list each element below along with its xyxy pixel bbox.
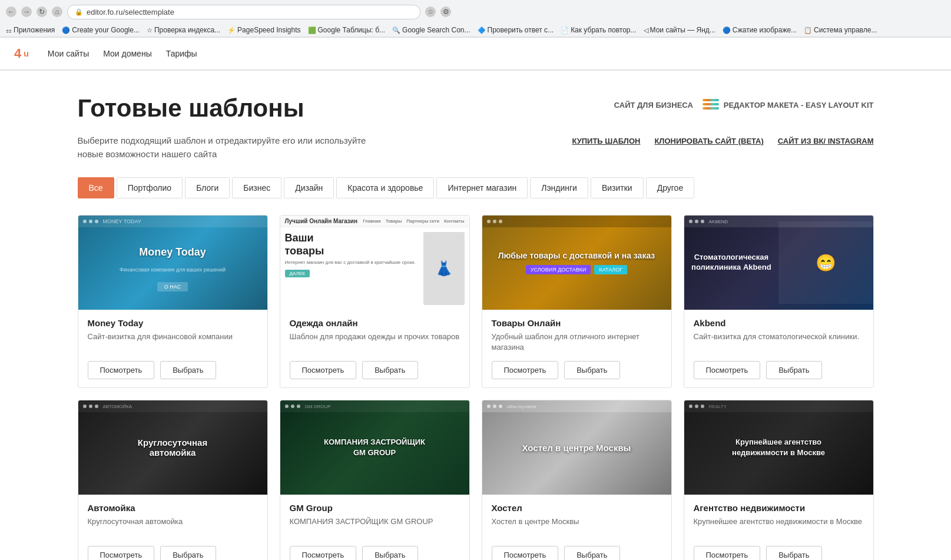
template-name-money-today: Money Today: [88, 318, 258, 328]
choose-button-odezhda[interactable]: Выбрать: [362, 361, 417, 379]
browser-chrome: ← → ↻ ⌂ 🔒 editor.fo.ru/selecttemplate ☆ …: [0, 0, 951, 38]
category-tab-лэндинги[interactable]: Лэндинги: [530, 177, 588, 198]
template-desc-tovary: Удобный шаблон для отличного интернет ма…: [492, 332, 662, 353]
bookmark-button[interactable]: ☆: [425, 6, 436, 17]
category-tabs: ВсеПортфолиоБлогиБизнесДизайнКрасота и з…: [78, 177, 874, 198]
template-thumb-gm: GM GROUP КОМПАНИЯ ЗАСТРОЙЩИКGM GROUP: [280, 400, 469, 495]
browser-toolbar: ← → ↻ ⌂ 🔒 editor.fo.ru/selecttemplate ☆ …: [0, 0, 951, 24]
template-thumb-akbend: AKBEND Стоматологическая поликлиника Akb…: [684, 216, 873, 310]
nav-my-domains[interactable]: Мои домены: [103, 49, 151, 58]
category-tab-другое[interactable]: Другое: [646, 177, 694, 198]
nav-tariffs[interactable]: Тарифы: [166, 49, 197, 58]
address-bar[interactable]: 🔒 editor.fo.ru/selecttemplate: [67, 5, 420, 19]
template-info-tovary: Товары Онлайн Удобный шаблон для отлично…: [482, 310, 671, 387]
choose-button-money-today[interactable]: Выбрать: [160, 361, 216, 379]
view-button-hostel[interactable]: Посмотреть: [492, 546, 559, 560]
view-button-moika[interactable]: Посмотреть: [88, 546, 155, 560]
bookmark-item[interactable]: ⚏Приложения: [6, 26, 55, 34]
editor-icon-bar3: [703, 107, 719, 110]
bookmark-item[interactable]: ◁Мои сайты — Янд...: [644, 26, 715, 34]
view-button-agency[interactable]: Посмотреть: [694, 546, 761, 560]
view-button-odezhda[interactable]: Посмотреть: [290, 361, 357, 379]
template-desc-gm: КОМПАНИЯ ЗАСТРОЙЩИК GM GROUP: [290, 516, 460, 538]
category-tab-визитки[interactable]: Визитки: [591, 177, 644, 198]
template-name-moika: Автомойка: [88, 503, 258, 513]
template-card-money-today: MONEY TODAY Money Today Финансовая компа…: [78, 215, 268, 388]
template-actions-odezhda: Посмотреть Выбрать: [290, 361, 460, 379]
category-tab-интернет-магазин[interactable]: Интернет магазин: [436, 177, 528, 198]
category-tab-портфолио[interactable]: Портфолио: [117, 177, 183, 198]
bookmark-item[interactable]: ☆Проверка индекса...: [147, 26, 220, 34]
template-thumb-tovary: Любые товары с доставкой и на заказ УСЛО…: [482, 216, 671, 310]
choose-button-gm[interactable]: Выбрать: [362, 546, 417, 560]
category-tab-дизайн[interactable]: Дизайн: [284, 177, 334, 198]
forward-button[interactable]: →: [21, 6, 32, 17]
template-info-hostel: Хостел Хостел в центре Москвы Посмотреть…: [482, 495, 671, 560]
template-grid: MONEY TODAY Money Today Финансовая компа…: [78, 215, 874, 560]
main-content: Готовые шаблоны САЙТ ДЛЯ БИЗНЕСА РЕДАКТО…: [64, 71, 888, 560]
template-info-agency: Агентство недвижимости Крупнейшее агентс…: [684, 495, 873, 560]
view-button-akbend[interactable]: Посмотреть: [694, 361, 761, 379]
template-card-tovary: Любые товары с доставкой и на заказ УСЛО…: [482, 215, 672, 388]
bookmark-item[interactable]: 📋Система управле...: [804, 26, 877, 34]
nav-my-sites[interactable]: Мои сайты: [48, 49, 89, 58]
template-card-agency: REALTY Крупнейшее агентствонедвижимости …: [684, 400, 874, 560]
category-tab-красота-и-здоровье[interactable]: Красота и здоровье: [336, 177, 434, 198]
clone-site-link[interactable]: КЛОНИРОВАТЬ САЙТ (BETA): [654, 137, 763, 145]
vk-instagram-link[interactable]: САЙТ ИЗ ВК/ INSTAGRAM: [778, 137, 874, 145]
business-link[interactable]: САЙТ ДЛЯ БИЗНЕСА: [614, 101, 693, 110]
template-desc-moika: Круглосуточная автомойка: [88, 516, 258, 538]
sub-links: КУПИТЬ ШАБЛОН КЛОНИРОВАТЬ САЙТ (BETA) СА…: [572, 134, 873, 145]
template-actions-tovary: Посмотреть Выбрать: [492, 361, 662, 379]
template-thumb-moika: АВТОМОЙКА Круглосуточнаяавтомойка: [78, 400, 267, 495]
extensions-button[interactable]: ⚙: [440, 6, 451, 17]
refresh-button[interactable]: ↻: [37, 6, 47, 17]
view-button-money-today[interactable]: Посмотреть: [88, 361, 155, 379]
choose-button-agency[interactable]: Выбрать: [766, 546, 821, 560]
url-text: editor.fo.ru/selecttemplate: [87, 8, 174, 16]
home-button[interactable]: ⌂: [52, 6, 62, 17]
template-name-gm: GM Group: [290, 503, 460, 513]
template-info-gm: GM Group КОМПАНИЯ ЗАСТРОЙЩИК GM GROUP По…: [280, 495, 469, 560]
choose-button-moika[interactable]: Выбрать: [160, 546, 216, 560]
site-logo: 4u: [14, 46, 29, 61]
bookmark-item[interactable]: 🔵Сжатие изображе...: [723, 26, 797, 34]
bookmark-item[interactable]: 🟩Google Таблицы: б...: [308, 26, 386, 34]
choose-button-hostel[interactable]: Выбрать: [564, 546, 619, 560]
template-card-gm: GM GROUP КОМПАНИЯ ЗАСТРОЙЩИКGM GROUP GM …: [280, 400, 470, 560]
template-desc-agency: Крупнейшее агентство недвижимости в Моск…: [694, 516, 864, 538]
template-actions-akbend: Посмотреть Выбрать: [694, 361, 864, 379]
bookmark-item[interactable]: 📄Как убрать повтор...: [561, 26, 636, 34]
category-tab-блоги[interactable]: Блоги: [185, 177, 230, 198]
logo-superscript: u: [24, 49, 29, 58]
template-desc-odezhda: Шаблон для продажи одежды и прочих товар…: [290, 332, 460, 353]
lock-icon: 🔒: [75, 8, 83, 16]
logo-4u: 4: [14, 46, 21, 61]
bookmark-item[interactable]: 🔵Create your Google...: [62, 26, 140, 34]
bookmark-item[interactable]: 🔍Google Search Con...: [392, 26, 470, 34]
page-title: Готовые шаблоны: [78, 94, 304, 122]
bookmark-item[interactable]: ⚡PageSpeed Insights: [227, 26, 300, 34]
category-tab-бизнес[interactable]: Бизнес: [232, 177, 281, 198]
template-actions-money-today: Посмотреть Выбрать: [88, 361, 258, 379]
template-desc-hostel: Хостел в центре Москвы: [492, 516, 662, 538]
view-button-tovary[interactable]: Посмотреть: [492, 361, 559, 379]
template-name-tovary: Товары Онлайн: [492, 318, 662, 328]
choose-button-akbend[interactable]: Выбрать: [766, 361, 821, 379]
buy-template-link[interactable]: КУПИТЬ ШАБЛОН: [572, 137, 640, 145]
template-name-hostel: Хостел: [492, 503, 662, 513]
editor-link[interactable]: РЕДАКТОР МАКЕТА - EASY LAYOUT KIT: [703, 99, 874, 111]
template-name-akbend: Akbend: [694, 318, 864, 328]
template-desc-money-today: Сайт-визитка для финансовой компании: [88, 332, 258, 353]
template-actions-hostel: Посмотреть Выбрать: [492, 546, 662, 560]
template-actions-gm: Посмотреть Выбрать: [290, 546, 460, 560]
view-button-gm[interactable]: Посмотреть: [290, 546, 357, 560]
template-thumb-odezhda: Лучший Онлайн Магазин Главная Товары Пар…: [280, 216, 469, 310]
template-info-akbend: Akbend Сайт-визитка для стоматологическо…: [684, 310, 873, 387]
sub-header: Выберите подходящий шаблон и отредактиру…: [78, 134, 874, 161]
back-button[interactable]: ←: [6, 6, 16, 17]
category-tab-все[interactable]: Все: [78, 177, 114, 198]
choose-button-tovary[interactable]: Выбрать: [564, 361, 619, 379]
template-name-agency: Агентство недвижимости: [694, 503, 864, 513]
bookmark-item[interactable]: 🔷Проверить ответ с...: [478, 26, 554, 34]
